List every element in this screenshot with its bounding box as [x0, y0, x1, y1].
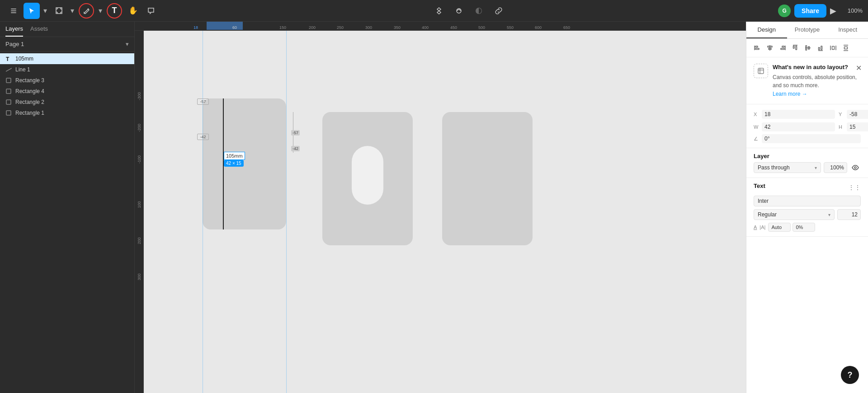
adjust-tool[interactable] [471, 3, 487, 19]
font-style-chevron: ▾ [828, 212, 830, 217]
pen-dropdown[interactable]: ▾ [97, 3, 104, 19]
align-row [746, 39, 868, 57]
hand-tool[interactable]: ✋ [125, 3, 141, 19]
layer-item-line1[interactable]: Line 1 [0, 64, 134, 75]
card-right [442, 112, 533, 245]
letter-spacing-field[interactable] [793, 223, 815, 232]
layer-item-rect1[interactable]: Rectangle 1 [0, 108, 134, 118]
learn-more-link[interactable]: Learn more → [773, 91, 807, 97]
svg-rect-44 [758, 68, 764, 74]
layer-name-105mm: 105mm [15, 56, 33, 62]
tab-assets[interactable]: Assets [30, 25, 48, 37]
layer-name-rect2: Rectangle 2 [15, 99, 44, 105]
main-area: Layers Assets Page 1 ▾ T105mmLine 1Recta… [0, 22, 868, 393]
layer-name-rect3: Rectangle 3 [15, 77, 44, 84]
components-tool[interactable] [431, 3, 447, 19]
font-size-field[interactable] [837, 209, 861, 220]
svg-rect-2 [11, 12, 16, 13]
comment-tool[interactable] [143, 3, 159, 19]
align-top-btn[interactable] [790, 42, 801, 53]
layer-section: Layer Pass through ▾ [746, 148, 868, 178]
tab-layers[interactable]: Layers [5, 25, 23, 37]
svg-rect-27 [782, 46, 784, 47]
text-underline-label: A [754, 225, 757, 230]
align-center-v-btn[interactable] [802, 42, 813, 53]
h-label: H [839, 124, 845, 130]
visibility-toggle[interactable] [850, 162, 861, 173]
align-bottom-btn[interactable] [815, 42, 826, 53]
pen-tool-circle [79, 3, 94, 19]
angle-field[interactable] [762, 134, 861, 143]
page-name: Page 1 [5, 41, 24, 47]
align-center-h-btn[interactable] [764, 42, 775, 53]
card-middle [322, 112, 413, 245]
layer-item-rect2[interactable]: Rectangle 2 [0, 97, 134, 108]
left-panel: Layers Assets Page 1 ▾ T105mmLine 1Recta… [0, 22, 135, 393]
autolayout-panel: What's new in auto layout? Canvas contro… [746, 57, 868, 104]
text-section-title: Text [754, 182, 765, 189]
distribute-v-btn[interactable] [840, 42, 851, 53]
svg-rect-43 [844, 47, 848, 49]
autolayout-close-btn[interactable]: ✕ [856, 64, 862, 72]
pen-tool[interactable] [80, 5, 93, 17]
layer-icon-text: T [5, 56, 12, 62]
layer-icon-rect [5, 99, 12, 105]
opacity-field[interactable] [824, 162, 847, 173]
h-field[interactable] [847, 122, 868, 131]
right-tabs: Design Prototype Inspect [746, 22, 868, 39]
dim-label-left: -42 [291, 146, 300, 151]
align-left-btn[interactable] [752, 42, 763, 53]
tab-inspect[interactable]: Inspect [827, 22, 868, 38]
layer-item-105mm[interactable]: T105mm [0, 53, 134, 64]
left-tabs: Layers Assets [0, 22, 134, 37]
page-dropdown-icon[interactable]: ▾ [126, 41, 129, 47]
layer-icon-rect [5, 110, 12, 116]
blend-mode-dropdown[interactable]: Pass through ▾ [754, 162, 821, 173]
menu-button[interactable] [5, 3, 22, 19]
tab-prototype[interactable]: Prototype [787, 22, 828, 38]
w-field[interactable] [762, 122, 835, 131]
canvas[interactable]: 18 60 150 200 250 300 350 400 450 500 55… [135, 22, 746, 393]
card-left: 105mm 42 × 15 -57 -42 [203, 98, 286, 229]
frame-tool[interactable] [51, 3, 67, 19]
align-right-btn[interactable] [777, 42, 788, 53]
svg-rect-31 [796, 46, 797, 50]
play-button[interactable]: ▶ [830, 6, 836, 16]
text-tool[interactable]: T [108, 5, 121, 17]
text-section: Text ⋮⋮ Regular ▾ A |A| [746, 178, 868, 237]
autolayout-title: What's new in auto layout? [773, 64, 861, 70]
link-tool[interactable] [491, 3, 507, 19]
font-style-dropdown[interactable]: Regular ▾ [754, 209, 835, 220]
page-selector: Page 1 ▾ [0, 37, 134, 51]
font-name-field[interactable] [754, 196, 861, 206]
frame-dropdown[interactable]: ▾ [69, 3, 76, 19]
blend-mode-chevron: ▾ [815, 165, 817, 170]
svg-rect-16 [6, 78, 11, 83]
y-field[interactable] [847, 110, 868, 119]
share-button[interactable]: Share [794, 4, 826, 18]
layer-item-rect4[interactable]: Rectangle 4 [0, 86, 134, 97]
mask-tool[interactable] [451, 3, 467, 19]
position-section: X Y ↻ W H ∠ [746, 104, 868, 148]
svg-rect-22 [755, 48, 759, 50]
auto-field[interactable] [768, 223, 791, 232]
layer-icon-line [5, 66, 12, 73]
tab-design[interactable]: Design [746, 22, 787, 38]
svg-rect-21 [755, 46, 758, 47]
svg-rect-0 [11, 9, 16, 9]
layer-item-rect3[interactable]: Rectangle 3 [0, 75, 134, 86]
cursor-tool[interactable] [24, 3, 40, 19]
svg-rect-28 [781, 48, 784, 50]
ruler-left: -300 -200 -100 100 200 300 [135, 31, 144, 393]
text-section-expand[interactable]: ⋮⋮ [848, 184, 861, 191]
zoom-level: 100% [840, 7, 863, 14]
canvas-area[interactable]: 105mm 42 × 15 -57 -42 [144, 31, 746, 393]
font-style-label: Regular [758, 211, 777, 218]
cursor-dropdown[interactable]: ▾ [42, 3, 49, 19]
autolayout-icon [754, 64, 768, 78]
x-field[interactable] [762, 110, 835, 119]
help-button[interactable]: ? [841, 366, 859, 384]
angle-icon: ∠ [754, 136, 758, 142]
layer-icon-rect [5, 88, 12, 94]
distribute-h-btn[interactable] [828, 42, 839, 53]
